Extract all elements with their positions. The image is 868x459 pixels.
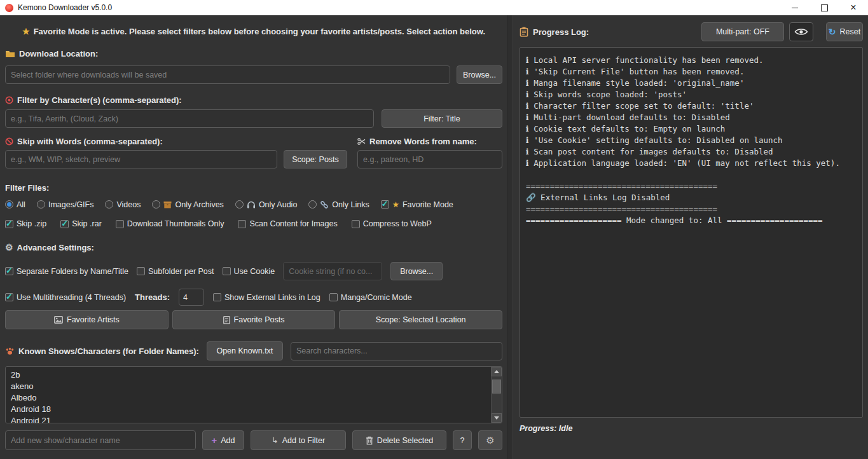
scan-content-checkbox[interactable]: Scan Content for Images <box>238 219 337 228</box>
log-line <box>526 169 857 181</box>
external-links-eye-button[interactable] <box>789 22 813 41</box>
scrollbar-track[interactable] <box>492 376 502 413</box>
multipart-toggle-button[interactable]: Multi-part: OFF <box>701 22 784 41</box>
browse-download-button[interactable]: Browse... <box>457 65 502 84</box>
star-icon: ★ <box>392 200 399 209</box>
scroll-up-button[interactable] <box>492 367 502 376</box>
trash-icon <box>366 436 373 445</box>
list-item[interactable]: Albedo <box>6 392 502 404</box>
scope-selected-location-button[interactable]: Scope: Selected Location <box>339 310 502 329</box>
arrow-branch-icon: ↳ <box>272 436 279 444</box>
log-line: 🔗 External Links Log Disabled <box>526 192 857 203</box>
skip-zip-checkbox[interactable]: Skip .zip <box>5 219 46 228</box>
character-filter-scope-button[interactable]: Filter: Title <box>382 109 502 128</box>
multithreading-checkbox[interactable]: Use Multithreading (4 Threads) <box>5 293 126 302</box>
character-filter-input[interactable] <box>5 109 374 128</box>
list-scrollbar[interactable] <box>491 367 502 423</box>
log-line: ==================== Mode changed to: Al… <box>526 215 857 226</box>
checkbox-label: Skip .rar <box>72 219 102 228</box>
checkbox-box <box>381 200 389 209</box>
titlebar: Kemono Downloader v5.0.0 × <box>0 0 868 15</box>
radio-circle <box>308 200 317 209</box>
list-item[interactable]: Android 18 <box>6 404 502 415</box>
checkbox-box <box>213 293 221 301</box>
maximize-button[interactable] <box>809 0 839 15</box>
skip-scope-button[interactable]: Scope: Posts <box>284 150 347 168</box>
open-known-txt-button[interactable]: Open Known.txt <box>207 341 283 360</box>
radio-only-links[interactable]: Only Links <box>308 200 369 209</box>
list-item[interactable]: 2b <box>6 369 502 381</box>
log-line: ℹ Multi-part download defaults to: Disab… <box>526 112 857 123</box>
known-characters-list[interactable]: 2b akeno Albedo Android 18 Android 21 <box>5 366 502 423</box>
log-line: ℹ Character filter scope set to default:… <box>526 100 857 112</box>
use-cookie-checkbox[interactable]: Use Cookie <box>223 267 275 276</box>
skip-rar-checkbox[interactable]: Skip .rar <box>60 219 102 228</box>
reset-button[interactable]: ↻ Reset <box>826 22 863 41</box>
favorite-artists-button[interactable]: Favorite Artists <box>5 310 169 329</box>
separate-folders-checkbox[interactable]: Separate Folders by Name/Title <box>5 267 128 276</box>
checkbox-label: Subfolder per Post <box>148 267 214 276</box>
manga-mode-checkbox[interactable]: Manga/Comic Mode <box>329 293 412 302</box>
checkbox-label: Download Thumbnails Only <box>127 219 224 228</box>
gear-icon: ⚙ <box>486 435 494 446</box>
add-button[interactable]: + Add <box>202 430 244 450</box>
document-icon <box>223 316 230 324</box>
checkbox-box <box>352 220 360 228</box>
threads-input[interactable] <box>179 289 204 306</box>
favorite-mode-banner: ★Favorite Mode is active. Please select … <box>5 27 502 36</box>
window-controls: × <box>780 0 868 15</box>
banner-text: Favorite Mode is active. Please select f… <box>34 27 485 36</box>
search-characters-input[interactable] <box>291 342 502 360</box>
checkbox-label: Manga/Comic Mode <box>341 293 412 302</box>
browse-cookie-button[interactable]: Browse... <box>390 262 443 280</box>
scroll-down-button[interactable] <box>492 413 502 423</box>
paw-icon <box>5 347 15 355</box>
download-location-input[interactable] <box>5 65 450 84</box>
progress-log[interactable]: ℹ Local API server functionality has bee… <box>520 47 863 418</box>
favorite-mode-checkbox[interactable]: ★ Favorite Mode <box>381 200 453 209</box>
archive-box-icon <box>163 201 172 209</box>
progress-status: Progress: Idle <box>520 424 863 433</box>
delete-selected-button[interactable]: Delete Selected <box>352 430 446 450</box>
radio-circle <box>5 200 13 209</box>
gear-icon: ⚙ <box>5 242 13 252</box>
radio-label: Only Links <box>332 200 369 209</box>
log-line: ℹ 'Use Cookie' setting defaults to: Disa… <box>526 135 857 146</box>
add-to-filter-button[interactable]: ↳ Add to Filter <box>251 430 346 450</box>
arrow-down-icon <box>494 416 499 420</box>
close-icon: × <box>850 3 856 13</box>
close-button[interactable]: × <box>839 0 868 15</box>
plus-icon: + <box>211 435 217 445</box>
radio-only-audio[interactable]: Only Audio <box>235 200 297 209</box>
show-external-links-checkbox[interactable]: Show External Links in Log <box>213 293 320 302</box>
radio-label: Images/GIFs <box>48 200 94 209</box>
favorite-posts-button[interactable]: Favorite Posts <box>172 310 336 329</box>
clipboard-icon <box>520 27 528 37</box>
scrollbar-thumb[interactable] <box>492 380 501 394</box>
list-item[interactable]: Android 21 <box>6 415 502 423</box>
arrow-up-icon <box>494 370 499 373</box>
log-line: ℹ Cookie text defaults to: Empty on laun… <box>526 123 857 135</box>
log-line: ℹ Skip words scope loaded: 'posts' <box>526 89 857 100</box>
minimize-button[interactable] <box>780 0 809 15</box>
remove-words-input[interactable] <box>357 150 502 168</box>
radio-only-archives[interactable]: Only Archives <box>152 200 223 209</box>
compress-webp-checkbox[interactable]: Compress to WebP <box>352 219 432 228</box>
download-thumbnails-checkbox[interactable]: Download Thumbnails Only <box>116 219 224 228</box>
radio-all[interactable]: All <box>5 200 25 209</box>
add-character-input[interactable] <box>5 430 196 450</box>
radio-images-gifs[interactable]: Images/GIFs <box>37 200 94 209</box>
list-items: 2b akeno Albedo Android 18 Android 21 <box>6 367 502 423</box>
settings-gear-button[interactable]: ⚙ <box>478 430 502 450</box>
radio-circle <box>152 200 160 209</box>
list-item[interactable]: akeno <box>6 381 502 392</box>
checkbox-label: Compress to WebP <box>363 219 432 228</box>
subfolder-per-post-checkbox[interactable]: Subfolder per Post <box>137 267 214 276</box>
radio-videos[interactable]: Videos <box>105 200 141 209</box>
eye-icon <box>794 27 808 36</box>
skip-words-input[interactable] <box>5 150 277 168</box>
checkbox-box <box>137 267 145 275</box>
help-button[interactable]: ? <box>453 430 472 450</box>
panel-splitter[interactable] <box>507 15 513 459</box>
cookie-string-input[interactable] <box>283 262 382 280</box>
